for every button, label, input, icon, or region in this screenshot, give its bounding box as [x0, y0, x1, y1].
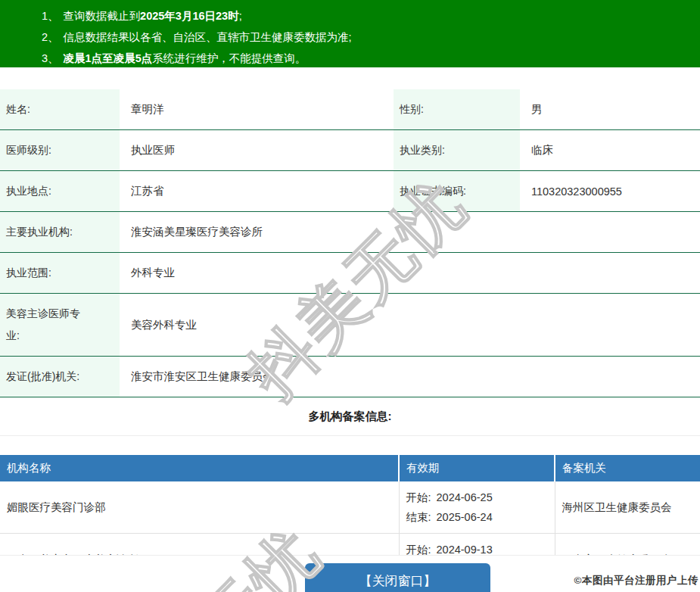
- column-header-record-authority: 备案机关: [555, 455, 700, 481]
- org-name: 媚眼医疗美容门诊部: [0, 481, 399, 534]
- table-row: 医师级别: 执业医师 执业类别: 临床: [0, 130, 700, 171]
- table-row: 姓名: 章明洋 性别: 男: [0, 89, 700, 130]
- end-label: 结束:: [406, 511, 431, 523]
- org-table-header-row: 机构名称 有效期 备案机关: [0, 455, 700, 481]
- notice-text: 系统进行维护，不能提供查询。: [152, 52, 306, 64]
- table-row: 执业范围: 外科专业: [0, 253, 700, 294]
- column-header-validity: 有效期: [399, 455, 555, 481]
- notice-text-bold: 凌晨1点至凌晨5点: [64, 52, 153, 64]
- start-date: 2024-09-13: [437, 544, 493, 556]
- field-label-gender: 性别:: [394, 89, 520, 130]
- table-row: 执业地点: 江苏省 执业证书编码: 110320323000955: [0, 171, 700, 212]
- notice-banner: 1、查询数据截止到2025年3月16日23时; 2、信息数据结果以各省、自治区、…: [0, 0, 700, 67]
- practitioner-info-table: 姓名: 章明洋 性别: 男 医师级别: 执业医师 执业类别: 临床 执业地点: …: [0, 89, 700, 397]
- table-row: 美容主诊医师专业: 美容外科专业: [0, 294, 700, 357]
- notice-line-1: 1、查询数据截止到2025年3月16日23时;: [42, 5, 692, 26]
- notice-text: 查询数据截止到: [64, 10, 141, 22]
- field-value-certificate-number: 110320323000955: [520, 171, 700, 212]
- notice-line-3: 3、凌晨1点至凌晨5点系统进行维护，不能提供查询。: [42, 48, 692, 69]
- start-label: 开始:: [406, 544, 431, 556]
- field-label-name: 姓名:: [0, 89, 120, 130]
- notice-text: 信息数据结果以各省、自治区、直辖市卫生健康委数据为准;: [64, 31, 352, 43]
- field-value-cosmetic-specialty: 美容外科专业: [120, 294, 700, 357]
- end-date: 2025-06-24: [437, 511, 493, 523]
- section-title: 多机构备案信息:: [309, 410, 392, 424]
- field-value-practice-category: 临床: [520, 130, 700, 171]
- field-value-doctor-level: 执业医师: [120, 130, 394, 171]
- table-row: 媚眼医疗美容门诊部 开始:2024-06-25 结束:2025-06-24 海州…: [0, 481, 700, 534]
- field-label-certificate-number: 执业证书编码:: [394, 171, 520, 212]
- close-window-button[interactable]: 【关闭窗口】: [305, 563, 490, 592]
- field-value-name: 章明洋: [120, 89, 394, 130]
- notice-line-2: 2、信息数据结果以各省、自治区、直辖市卫生健康委数据为准;: [42, 26, 692, 48]
- record-authority: 海州区卫生健康委员会: [555, 481, 700, 534]
- field-label-issuing-authority: 发证(批准)机关:: [0, 357, 120, 397]
- column-header-org-name: 机构名称: [0, 455, 399, 481]
- notice-text-bold: 2025年3月16日23时: [140, 10, 239, 22]
- field-value-issuing-authority: 淮安市淮安区卫生健康委员会: [120, 357, 700, 397]
- field-value-practice-scope: 外科专业: [120, 253, 700, 294]
- notice-text: ;: [239, 10, 242, 22]
- multi-org-section-header: 多机构备案信息:: [0, 397, 700, 436]
- validity-period: 开始:2024-06-25 结束:2025-06-24: [399, 481, 555, 534]
- field-label-main-institution: 主要执业机构:: [0, 212, 120, 253]
- copyright-stamp: ©本图由平台注册用户上传: [574, 574, 698, 587]
- query-result-page: 1、查询数据截止到2025年3月16日23时; 2、信息数据结果以各省、自治区、…: [0, 0, 700, 592]
- field-value-practice-location: 江苏省: [120, 171, 394, 212]
- field-label-practice-location: 执业地点:: [0, 171, 120, 212]
- notice-number: 3、: [42, 52, 59, 64]
- field-label-practice-scope: 执业范围:: [0, 253, 120, 294]
- start-label: 开始:: [406, 491, 431, 503]
- table-row: 发证(批准)机关: 淮安市淮安区卫生健康委员会: [0, 357, 700, 397]
- field-label-practice-category: 执业类别:: [394, 130, 520, 171]
- field-label-cosmetic-specialty: 美容主诊医师专业:: [0, 294, 120, 357]
- notice-number: 1、: [42, 10, 59, 22]
- notice-number: 2、: [42, 31, 59, 43]
- table-row: 主要执业机构: 淮安涵美星璨医疗美容诊所: [0, 212, 700, 253]
- start-date: 2024-06-25: [437, 491, 493, 503]
- field-label-doctor-level: 医师级别:: [0, 130, 120, 171]
- field-value-gender: 男: [520, 89, 700, 130]
- field-value-main-institution: 淮安涵美星璨医疗美容诊所: [120, 212, 700, 253]
